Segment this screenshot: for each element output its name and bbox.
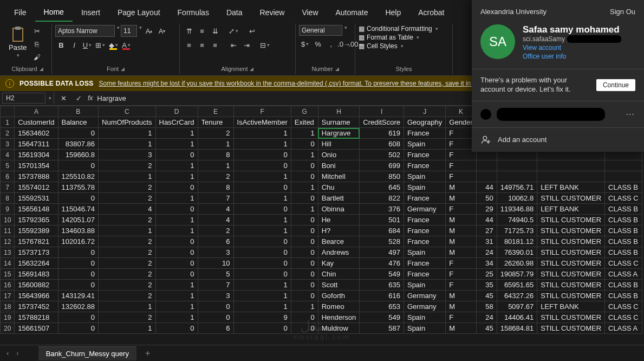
name-box[interactable] bbox=[2, 93, 45, 104]
cell[interactable]: STILL CUSTOMER bbox=[537, 247, 605, 258]
cell[interactable]: 1 bbox=[99, 139, 155, 150]
cell[interactable]: STILL CUSTOMER bbox=[537, 193, 605, 204]
cell[interactable]: 587 bbox=[360, 323, 404, 334]
sheet-nav-next[interactable]: › bbox=[14, 349, 21, 357]
cell[interactable] bbox=[537, 160, 605, 171]
align-bottom-button[interactable]: ⇊ bbox=[209, 25, 221, 37]
conditional-formatting-button[interactable]: ▦Conditional Formatting▾ bbox=[359, 25, 438, 33]
cell[interactable]: 10 bbox=[198, 258, 233, 269]
cell[interactable]: 2 bbox=[99, 160, 155, 171]
cell[interactable]: 3 bbox=[198, 291, 233, 301]
cell[interactable]: STILL CUSTOMER bbox=[537, 236, 605, 247]
cell[interactable]: 1 bbox=[233, 139, 291, 150]
cell[interactable]: 0 bbox=[155, 247, 198, 258]
cell[interactable]: 0 bbox=[291, 160, 318, 171]
cell[interactable]: 2 bbox=[99, 312, 155, 323]
add-sheet-button[interactable]: + bbox=[140, 349, 155, 358]
comma-button[interactable]: , bbox=[325, 38, 337, 50]
cell[interactable]: M bbox=[446, 236, 476, 247]
cell[interactable]: F bbox=[446, 269, 476, 280]
cell[interactable]: 1 bbox=[291, 204, 318, 215]
cell[interactable]: Spain bbox=[404, 323, 445, 334]
cancel-formula-button[interactable]: ✕ bbox=[57, 92, 69, 104]
cell[interactable]: LEFT BANK bbox=[537, 182, 605, 193]
cell[interactable]: 0 bbox=[291, 269, 318, 280]
cell[interactable]: 65951.65 bbox=[497, 280, 537, 291]
cell[interactable]: 850 bbox=[360, 171, 404, 182]
wrap-text-button[interactable]: ↩ bbox=[246, 25, 258, 37]
header-cell[interactable]: NumOfProducts bbox=[99, 117, 155, 128]
tab-acrobat[interactable]: Acrobat bbox=[409, 4, 453, 21]
cell[interactable]: 64327.26 bbox=[497, 291, 537, 301]
row-header-17[interactable]: 17 bbox=[1, 291, 15, 301]
cell[interactable]: 74940.5 bbox=[497, 215, 537, 225]
cell[interactable]: STILL CUSTOMER bbox=[537, 280, 605, 291]
cell[interactable]: Spain bbox=[404, 171, 445, 182]
cell[interactable]: 2 bbox=[99, 215, 155, 225]
row-header-18[interactable]: 18 bbox=[1, 301, 15, 312]
cell[interactable]: 9 bbox=[233, 312, 291, 323]
row-header-16[interactable]: 16 bbox=[1, 280, 15, 291]
cell[interactable]: 0 bbox=[291, 193, 318, 204]
cell[interactable]: F bbox=[446, 280, 476, 291]
tab-file[interactable]: File bbox=[5, 4, 35, 21]
cell[interactable]: 5 bbox=[198, 269, 233, 280]
row-header-14[interactable]: 14 bbox=[1, 258, 15, 269]
percent-button[interactable]: % bbox=[312, 38, 324, 50]
account-more-button[interactable]: ⋯ bbox=[626, 109, 635, 119]
cell[interactable]: 549 bbox=[360, 312, 404, 323]
header-cell[interactable]: Tenure bbox=[198, 117, 233, 128]
cell[interactable]: 24 bbox=[476, 312, 497, 323]
cell[interactable]: 0 bbox=[233, 323, 291, 334]
align-middle-button[interactable]: ≡ bbox=[196, 25, 208, 37]
align-top-button[interactable]: ⇈ bbox=[183, 25, 195, 37]
cell[interactable]: CLASS B bbox=[605, 182, 642, 193]
increase-indent-button[interactable]: ⇥ bbox=[240, 39, 252, 51]
cell[interactable]: 10062.8 bbox=[497, 193, 537, 204]
header-cell[interactable]: Surname bbox=[318, 117, 360, 128]
cell[interactable]: 15701354 bbox=[15, 160, 58, 171]
cell[interactable]: 45 bbox=[476, 291, 497, 301]
cell[interactable]: 2 bbox=[99, 182, 155, 193]
cell[interactable] bbox=[605, 171, 642, 182]
cell[interactable]: 31 bbox=[476, 236, 497, 247]
cell[interactable]: 2 bbox=[99, 247, 155, 258]
cell[interactable]: 699 bbox=[360, 160, 404, 171]
cell[interactable]: 15767821 bbox=[15, 236, 58, 247]
cell[interactable]: 0 bbox=[58, 160, 98, 171]
cell[interactable]: 15619304 bbox=[15, 150, 58, 160]
cell[interactable]: Spain bbox=[404, 139, 445, 150]
row-header-1[interactable]: 1 bbox=[1, 117, 15, 128]
cell[interactable]: 528 bbox=[360, 236, 404, 247]
cell[interactable]: 2 bbox=[99, 280, 155, 291]
cell[interactable]: CLASS B bbox=[605, 280, 642, 291]
row-header-20[interactable]: 20 bbox=[1, 323, 15, 334]
cell[interactable]: 0 bbox=[233, 150, 291, 160]
col-header-A[interactable]: A bbox=[15, 106, 58, 117]
cell[interactable]: CLASS C bbox=[605, 312, 642, 323]
cell[interactable]: 497 bbox=[360, 247, 404, 258]
cell[interactable]: 2 bbox=[99, 269, 155, 280]
cell[interactable]: 635 bbox=[360, 280, 404, 291]
cell[interactable]: 159660.8 bbox=[58, 150, 98, 160]
cell[interactable]: 7 bbox=[198, 193, 233, 204]
cell[interactable]: France bbox=[404, 225, 445, 236]
tab-home[interactable]: Home bbox=[35, 3, 73, 22]
cell[interactable] bbox=[476, 171, 497, 182]
cell[interactable]: 134603.88 bbox=[58, 225, 98, 236]
cell[interactable]: Spain bbox=[404, 312, 445, 323]
cell[interactable]: 4 bbox=[198, 204, 233, 215]
cell[interactable]: 15643966 bbox=[15, 291, 58, 301]
cell[interactable]: 1 bbox=[233, 128, 291, 139]
cell[interactable]: M bbox=[446, 291, 476, 301]
cell[interactable]: 1 bbox=[198, 139, 233, 150]
header-cell[interactable]: Exited bbox=[291, 117, 318, 128]
cell[interactable]: 0 bbox=[291, 323, 318, 334]
cell[interactable]: STILL CUSTOMER bbox=[537, 291, 605, 301]
row-header-11[interactable]: 11 bbox=[1, 225, 15, 236]
cell[interactable]: Boni bbox=[318, 160, 360, 171]
cell[interactable]: Mitchell bbox=[318, 171, 360, 182]
cell[interactable]: 0 bbox=[291, 247, 318, 258]
cell[interactable]: Bartlett bbox=[318, 193, 360, 204]
cell[interactable]: 15647311 bbox=[15, 139, 58, 150]
